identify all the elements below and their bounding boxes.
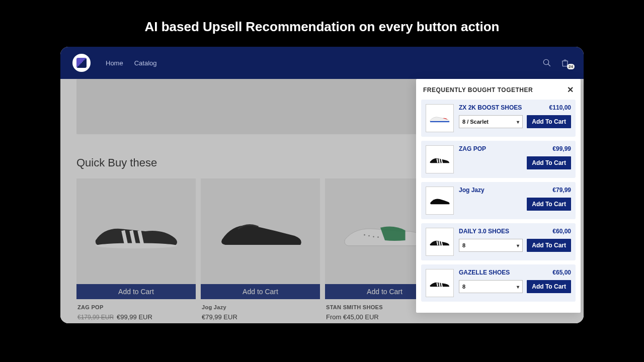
- variant-select[interactable]: 8▾: [459, 280, 523, 293]
- upsell-item: GAZELLE SHOES€65,008▾Add To Cart: [421, 264, 576, 302]
- chevron-down-icon: ▾: [517, 243, 519, 248]
- page-headline: AI based Upsell Recommendation on every …: [0, 0, 644, 47]
- variant-select[interactable]: 8▾: [459, 239, 523, 252]
- product-price: From €45,00 EUR: [326, 313, 379, 321]
- variant-value: 8: [462, 242, 465, 248]
- svg-point-5: [96, 243, 177, 248]
- variant-value: 8: [462, 284, 465, 290]
- chevron-down-icon: ▾: [517, 119, 519, 125]
- navbar: Home Catalog 24: [60, 47, 584, 79]
- product-name: ZAG POP: [77, 304, 195, 310]
- product-thumb: [426, 269, 454, 297]
- product-thumb: [426, 104, 454, 132]
- add-to-cart-button[interactable]: Add to Cart: [76, 284, 196, 299]
- nav-catalog[interactable]: Catalog: [134, 59, 157, 67]
- product-thumb: [426, 228, 454, 256]
- variant-select[interactable]: 8 / Scarlet▾: [459, 115, 523, 128]
- upsell-price: €99,99: [552, 145, 571, 152]
- search-icon[interactable]: [542, 58, 551, 67]
- svg-point-7: [368, 235, 370, 237]
- upsell-price: €60,00: [552, 228, 571, 235]
- nav-home[interactable]: Home: [106, 59, 123, 67]
- svg-rect-10: [430, 121, 449, 122]
- product-name: Jog Jazy: [202, 304, 319, 310]
- variant-value: 8 / Scarlet: [462, 119, 489, 125]
- product-price: €79,99 EUR: [202, 313, 237, 321]
- logo[interactable]: [72, 54, 91, 72]
- add-to-cart-button[interactable]: Add to Cart: [201, 284, 320, 299]
- svg-point-9: [377, 236, 379, 238]
- upsell-add-button[interactable]: Add To Cart: [527, 239, 571, 252]
- upsell-add-button[interactable]: Add To Cart: [527, 156, 571, 169]
- product-price: €99,99 EUR: [117, 313, 152, 321]
- product-compare-price: €179,99 EUR: [77, 314, 114, 321]
- upsell-add-button[interactable]: Add To Cart: [527, 280, 571, 293]
- panel-title: FREQUENTLY BOUGHT TOGETHER: [423, 86, 533, 94]
- svg-point-6: [364, 234, 365, 236]
- product-thumb: [426, 187, 454, 215]
- upsell-name: ZAG POP: [459, 145, 486, 152]
- product-thumb: [426, 145, 454, 173]
- svg-point-8: [373, 236, 374, 237]
- svg-point-0: [543, 59, 549, 65]
- upsell-item: ZX 2K BOOST SHOES€110,008 / Scarlet▾Add …: [421, 100, 576, 137]
- upsell-item: ZAG POP€99,99Add To Cart: [421, 141, 576, 178]
- svg-line-1: [548, 64, 550, 66]
- upsell-price: €110,00: [549, 104, 571, 111]
- upsell-name: Jog Jazy: [459, 187, 485, 194]
- chevron-down-icon: ▾: [517, 284, 519, 290]
- upsell-price: €65,00: [552, 269, 571, 276]
- app-window: Home Catalog 24 Quick Buy these: [60, 47, 584, 323]
- upsell-item: Jog Jazy€79,99Add To Cart: [421, 182, 576, 219]
- upsell-item: DAILY 3.0 SHOES€60,008▾Add To Cart: [421, 223, 576, 260]
- upsell-price: €79,99: [552, 187, 571, 194]
- close-icon[interactable]: ✕: [567, 85, 574, 95]
- upsell-name: ZX 2K BOOST SHOES: [459, 104, 522, 111]
- product-card[interactable]: Add to Cart Jog Jazy €79,99 EUR: [201, 178, 320, 323]
- upsell-add-button[interactable]: Add To Cart: [527, 115, 571, 128]
- upsell-name: GAZELLE SHOES: [459, 269, 510, 276]
- product-card[interactable]: Add to Cart ZAG POP €179,99 EUR€99,99 EU…: [76, 178, 196, 323]
- upsell-panel: FREQUENTLY BOUGHT TOGETHER ✕ ZX 2K BOOST…: [416, 79, 581, 313]
- upsell-add-button[interactable]: Add To Cart: [527, 198, 571, 211]
- upsell-name: DAILY 3.0 SHOES: [459, 228, 509, 235]
- cart-icon[interactable]: 24: [560, 58, 572, 67]
- cart-count-badge: 24: [567, 64, 575, 69]
